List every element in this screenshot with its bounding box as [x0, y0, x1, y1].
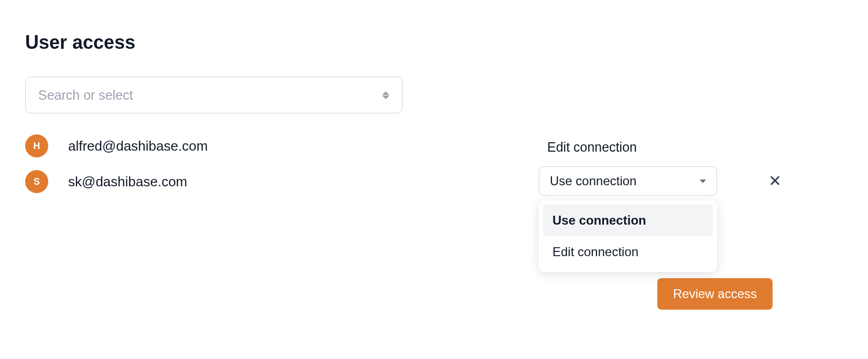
page-title: User access — [25, 31, 843, 54]
dropdown-option-use-connection[interactable]: Use connection — [543, 205, 713, 236]
search-select-input[interactable]: Search or select — [25, 77, 403, 113]
permission-dropdown-menu: Use connection Edit connection — [539, 200, 717, 272]
review-access-button[interactable]: Review access — [657, 278, 773, 310]
dropdown-option-edit-connection[interactable]: Edit connection — [543, 236, 713, 268]
dropdown-selected-value: Use connection — [550, 174, 636, 188]
search-placeholder: Search or select — [38, 88, 133, 103]
permission-dropdown[interactable]: Use connection — [539, 166, 717, 196]
permission-label: Edit connection — [539, 140, 785, 155]
close-icon[interactable]: ✕ — [768, 173, 782, 189]
avatar: S — [25, 170, 48, 193]
user-email: alfred@dashibase.com — [68, 138, 208, 154]
chevron-down-icon — [700, 180, 706, 183]
avatar: H — [25, 134, 48, 157]
chevron-updown-icon — [382, 91, 389, 99]
user-email: sk@dashibase.com — [68, 174, 187, 190]
permission-panel: Edit connection Use connection ✕ Use con… — [539, 140, 785, 196]
